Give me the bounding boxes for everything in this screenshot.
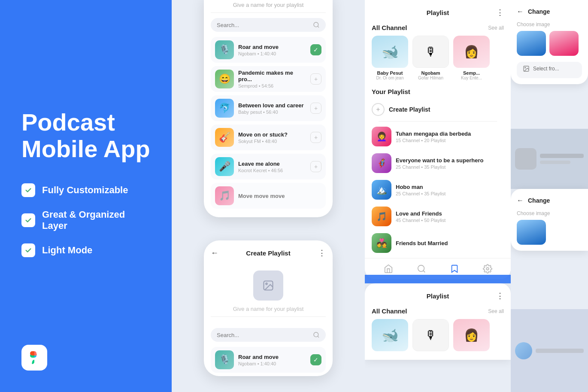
podcast-add[interactable]: + — [310, 103, 321, 114]
svg-point-3 — [314, 332, 318, 337]
podcast-item[interactable]: 😄 Pandemic makes me pro... Semprod • 54:… — [211, 66, 326, 92]
channel-card-5[interactable]: 🎙 — [412, 319, 449, 354]
podcast-thumb-bottom: 🎙️ — [215, 350, 234, 369]
create-playlist-header: ← Create Playlist ⋮ — [204, 240, 333, 262]
more-button[interactable]: ⋮ — [318, 248, 326, 258]
podcast-title: Move move move — [238, 193, 321, 199]
check-icon-2 — [21, 213, 35, 227]
left-panel: Podcast Mobile App Fully Customizable Gr… — [0, 0, 172, 392]
podcast-check-bottom[interactable]: ✓ — [310, 354, 321, 365]
podcast-check[interactable]: ✓ — [310, 44, 321, 55]
see-all-link-2[interactable]: See all — [488, 308, 504, 314]
blurred-bottom — [511, 309, 588, 392]
podcast-thumb: 🐬 — [215, 99, 234, 118]
podcast-meta: Ngobam • 1:40:40 — [238, 51, 306, 56]
image-upload-area[interactable]: Give a name for your playlist — [204, 262, 333, 328]
podcast-title: Between love and career — [238, 102, 306, 109]
podcast-add[interactable]: + — [310, 132, 321, 143]
podcast-item[interactable]: 🐬 Between love and career Baby pesut • 5… — [211, 95, 326, 121]
blurred-text-2 — [536, 349, 584, 353]
feature-label-3: Light Mode — [42, 245, 92, 256]
playlist-item-5[interactable]: 💑 Friends but Married — [372, 230, 504, 256]
playlist-thumb-2: 🦸 — [372, 153, 391, 173]
playlist-item-meta-3: 25 Channel • 35 Playlist — [396, 191, 504, 196]
accent-bar — [365, 275, 511, 283]
channel-img-6: 👩 — [453, 319, 490, 351]
blurred-thumb-1 — [515, 148, 536, 170]
image-option-2[interactable] — [549, 31, 579, 56]
playlist-more-2[interactable]: ⋮ — [496, 291, 504, 301]
playlist-header: Playlist ⋮ — [365, 0, 511, 21]
channel-card-1[interactable]: 🐋 Baby Pesut Dr. Oi om jean — [372, 36, 408, 80]
select-from-row[interactable]: Select fro... — [517, 62, 582, 78]
channel-card-6[interactable]: 👩 — [453, 319, 490, 354]
nav-search[interactable] — [416, 264, 427, 274]
playlist-item-name-5: Friends but Married — [396, 240, 504, 246]
podcast-title: Roar and move — [238, 44, 306, 50]
podcast-item[interactable]: 🎤 Leave me alone Kocrot Kecret • 46:56 + — [211, 154, 326, 179]
channel-img-5: 🎙 — [412, 319, 449, 351]
playlist-item-name-2: Everyone want to be a superhero — [396, 157, 504, 164]
channel-card-4[interactable]: 🐋 — [372, 319, 408, 354]
podcast-add[interactable]: + — [310, 73, 321, 85]
podcast-item-bottom[interactable]: 🎙️ Roar and move Ngobam • 1:40:40 ✓ — [211, 347, 326, 373]
playlist-item-2[interactable]: 🦸 Everyone want to be a superhero 25 Cha… — [372, 150, 504, 176]
change-image-header-2: ← Change — [511, 189, 588, 209]
image-grid — [511, 31, 588, 62]
channel-card-3[interactable]: 👩 Semp... Kuy Ente... — [453, 36, 490, 80]
podcast-title-bottom: Roar and move — [238, 354, 306, 360]
playlist-thumb-1: 👩‍🦱 — [372, 127, 391, 146]
podcast-meta: Sokyut FM • 48:40 — [238, 139, 306, 144]
podcast-list: 🎙️ Roar and move Ngobam • 1:40:40 ✓ 😄 Pa… — [211, 37, 326, 209]
image-option-1[interactable] — [517, 31, 546, 56]
svg-point-5 — [486, 267, 489, 270]
divider — [379, 121, 497, 122]
back-button[interactable]: ← — [211, 249, 218, 258]
podcast-item[interactable]: 🎸 Move on or stuck? Sokyut FM • 48:40 + — [211, 125, 326, 150]
blurred-info — [540, 154, 584, 164]
channel-img-3: 👩 — [453, 36, 490, 68]
playlist-item-1[interactable]: 👩‍🦱 Tuhan mengapa dia berbeda 15 Channel… — [372, 123, 504, 150]
playlist-item-name-4: Love and Friends — [396, 210, 504, 217]
channel-img-4: 🐋 — [372, 319, 408, 351]
podcast-thumb: 😄 — [215, 70, 234, 88]
create-playlist-row[interactable]: + Create Playlist — [372, 100, 504, 119]
create-playlist-label: Create Playlist — [389, 106, 430, 113]
podcast-info-bottom: Roar and move Ngobam • 1:40:40 — [238, 354, 306, 366]
feature-label-2: Great & Organized Layer — [42, 209, 150, 231]
playlist-title-2: Playlist — [427, 292, 449, 300]
playlist-info-4: Love and Friends 45 Channel • 50 Playlis… — [396, 210, 504, 223]
feature-label-1: Fully Customizable — [42, 185, 128, 196]
change-back-button-2[interactable]: ← — [517, 197, 524, 204]
podcast-add[interactable]: + — [310, 161, 321, 172]
nav-home[interactable] — [383, 264, 394, 274]
search-bar-bottom[interactable] — [211, 328, 326, 342]
plus-circle-icon: + — [372, 103, 385, 116]
create-playlist-card: ← Create Playlist ⋮ Give a name for your… — [204, 240, 333, 376]
svg-point-2 — [266, 283, 267, 285]
change-back-button[interactable]: ← — [517, 8, 524, 15]
playlist-item-3[interactable]: 🏔️ Hobo man 25 Channel • 35 Playlist — [372, 176, 504, 203]
choose-image-label-2: Choose image — [511, 209, 588, 220]
search-input-top[interactable] — [217, 22, 313, 28]
podcast-info: Roar and move Ngobam • 1:40:40 — [238, 44, 306, 56]
playlist-item-4[interactable]: 🎵 Love and Friends 45 Channel • 50 Playl… — [372, 203, 504, 230]
channel-img-2: 🎙 — [412, 36, 449, 68]
see-all-link[interactable]: See all — [488, 25, 504, 31]
playlist-thumb-3: 🏔️ — [372, 180, 391, 200]
nav-settings[interactable] — [482, 264, 493, 274]
channel-card-2[interactable]: 🎙 Ngobam Gofar Hilman — [412, 36, 449, 80]
search-input-bottom[interactable] — [217, 332, 313, 338]
choose-image-label: Choose image — [511, 20, 588, 31]
figma-logo — [21, 345, 47, 371]
playlist-more-button[interactable]: ⋮ — [496, 8, 504, 17]
search-bar-top[interactable] — [211, 18, 326, 32]
podcast-item[interactable]: 🎵 Move move move — [211, 183, 326, 209]
nav-bookmark[interactable] — [449, 264, 460, 274]
channel-row: 🐋 Baby Pesut Dr. Oi om jean 🎙 Ngobam Gof… — [365, 36, 511, 86]
playlist-card-top: Playlist ⋮ All Channel See all 🐋 Baby Pe… — [365, 0, 511, 279]
change-image-header: ← Change — [511, 0, 588, 20]
image-option-3[interactable] — [517, 220, 546, 245]
create-playlist-title: Create Playlist — [246, 249, 290, 257]
podcast-item[interactable]: 🎙️ Roar and move Ngobam • 1:40:40 ✓ — [211, 37, 326, 63]
